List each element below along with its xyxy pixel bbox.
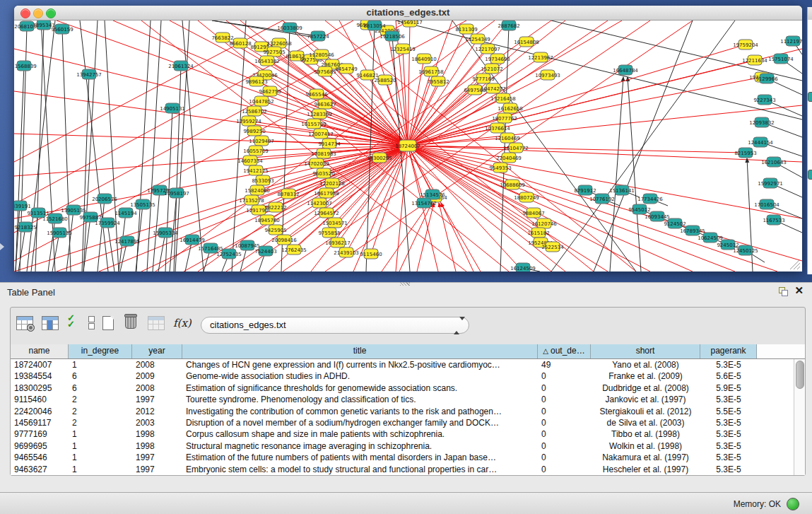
table-row[interactable]: 1938455462009Genome-wide association stu… — [11, 370, 794, 382]
graph-node[interactable]: 19412175 — [243, 165, 269, 175]
graph-node[interactable]: 14702039 — [304, 158, 329, 168]
table-row[interactable]: 946554611997Estimation of the future num… — [11, 452, 794, 463]
graph-node[interactable]: 9425905 — [264, 225, 286, 235]
graph-node[interactable]: 16055709 — [243, 146, 269, 156]
graph-node[interactable]: 7955812 — [427, 76, 449, 86]
graph-node[interactable]: 16648784 — [613, 65, 638, 75]
graph-node[interactable]: 12762435 — [281, 245, 307, 255]
table-options-icon[interactable] — [16, 316, 33, 330]
table-row[interactable]: 1830029562008Estimation of significance … — [11, 382, 794, 394]
graph-node[interactable]: 1615182 — [527, 228, 549, 238]
graph-node[interactable]: 16124509 — [510, 263, 536, 271]
graph-node[interactable]: 1145194 — [114, 208, 137, 218]
graph-node[interactable]: 12325419 — [390, 44, 416, 54]
graph-node[interactable]: 18077762 — [492, 113, 517, 123]
panel-collapse-arrow-icon[interactable] — [0, 243, 4, 250]
column-header-short[interactable]: short — [591, 344, 700, 358]
close-panel-icon[interactable]: ✕ — [794, 285, 804, 296]
delete-column-icon[interactable] — [125, 314, 136, 329]
graph-node[interactable]: 20206576 — [92, 194, 117, 204]
table-row[interactable]: 946362711997Embryonic stem cells: a mode… — [11, 464, 794, 475]
column-header-pagerank[interactable]: pagerank — [700, 344, 757, 358]
graph-node[interactable]: 16936217 — [325, 238, 351, 247]
graph-node[interactable]: 8339191 — [14, 201, 31, 211]
graph-node[interactable]: 16210643 — [761, 157, 787, 167]
node-label: 15824060 — [245, 188, 270, 194]
column-visibility-icon[interactable] — [42, 316, 59, 330]
graph-node[interactable]: 17135278 — [239, 195, 264, 205]
graph-node[interactable]: 9989250 — [243, 126, 265, 136]
splitter-grip[interactable] — [400, 282, 410, 286]
column-header-in_degree[interactable]: in_degree — [69, 344, 132, 358]
column-header-out_de[interactable]: △out_de… — [538, 344, 591, 358]
graph-node[interactable]: 16120746 — [531, 218, 557, 228]
table-row[interactable]: 977716911998Corpus callosum shape and si… — [11, 428, 794, 440]
graph-node[interactable]: 12964572 — [314, 208, 339, 218]
float-panel-icon[interactable] — [779, 287, 788, 296]
graph-node[interactable]: 9777169 — [472, 74, 494, 83]
graph-node[interactable]: 15992971 — [758, 178, 783, 188]
graph-node[interactable]: 12417895 — [114, 236, 140, 246]
graph-node[interactable]: 19734693 — [485, 54, 510, 64]
graph-node[interactable]: 10973493 — [535, 70, 560, 80]
graph-node[interactable]: 15751074 — [768, 54, 794, 64]
node-label: 12752435 — [216, 252, 242, 257]
row-height-icon[interactable] — [88, 316, 94, 329]
memory-status-icon[interactable] — [787, 498, 799, 510]
table-row[interactable]: 1456911722003Disruption of a novel membe… — [11, 417, 794, 428]
graph-node[interactable]: 15905135 — [47, 228, 72, 238]
graph-node[interactable]: 16154808 — [514, 37, 539, 47]
column-header-year[interactable]: year — [132, 344, 182, 358]
vertical-scrollbar[interactable] — [794, 359, 805, 475]
graph-node[interactable]: 16543382 — [254, 56, 280, 66]
table-row[interactable]: 911546021997Tourette syndrome. Phenomeno… — [11, 394, 794, 405]
graph-node[interactable]: 13905135 — [61, 205, 86, 215]
window-titlebar[interactable]: citations_edges.txt — [14, 6, 802, 21]
graph-node[interactable]: 19759204 — [733, 40, 758, 49]
selection-mode-icon[interactable]: ✓✓ — [67, 315, 80, 327]
graph-node[interactable]: 7857224 — [307, 31, 329, 41]
graph-node[interactable]: 12211634 — [742, 55, 767, 65]
table-row[interactable]: 969969511998Structural magnetic resonanc… — [11, 440, 794, 452]
graph-node[interactable]: 21439103 — [334, 247, 359, 257]
scrollbar-thumb[interactable] — [796, 361, 804, 389]
graph-node[interactable]: 12007417 — [308, 129, 334, 139]
graph-node[interactable]: 8533093 — [252, 175, 273, 185]
graph-node[interactable]: 11121974 — [780, 36, 802, 46]
table-row[interactable]: 1872400712008Changes of HCN gene express… — [11, 359, 794, 370]
graph-node[interactable]: 16033809 — [277, 23, 302, 33]
graph-node[interactable]: 16104772 — [503, 143, 529, 153]
graph-node[interactable]: 2887682 — [498, 21, 519, 30]
graph-node[interactable]: 18640910 — [411, 54, 437, 64]
create-column-icon[interactable] — [102, 316, 114, 330]
function-builder-icon[interactable]: f(x) — [173, 317, 192, 329]
graph-node[interactable]: 9914734 — [318, 139, 341, 148]
node-label: 10776192 — [589, 197, 615, 202]
graph-node[interactable]: 9755855 — [318, 228, 340, 238]
graph-node[interactable]: 15824060 — [245, 185, 270, 195]
graph-node[interactable]: 8131309 — [455, 24, 477, 34]
graph-node[interactable]: 10376614 — [485, 123, 510, 133]
graph-node[interactable]: 11568839 — [14, 61, 37, 71]
table-row[interactable]: 2242004622012Investigating the contribut… — [11, 406, 794, 417]
window-resize-grip[interactable] — [790, 259, 800, 269]
graph-node[interactable]: 13942757 — [76, 69, 102, 79]
graph-node[interactable]: 8215953 — [734, 148, 756, 158]
graph-node[interactable]: 13505135 — [130, 199, 155, 209]
network-canvas[interactable]: 7663822866012889129542322605899275051654… — [14, 21, 802, 271]
edge — [439, 203, 456, 271]
graph-node[interactable]: 20098416 — [271, 235, 297, 245]
graph-node[interactable]: 22040469 — [496, 153, 522, 163]
graph-node[interactable]: 9462750 — [259, 86, 281, 96]
column-header-title[interactable]: title — [182, 344, 538, 358]
node-label: 2887682 — [498, 23, 519, 29]
column-header-name[interactable]: name — [11, 344, 69, 358]
graph-node[interactable]: 9115460 — [360, 249, 382, 259]
graph-node[interactable]: 11029407 — [249, 136, 274, 146]
graph-node[interactable]: 17081983 — [311, 148, 336, 158]
delete-table-icon[interactable] — [148, 316, 165, 330]
graph-node[interactable]: 9465546 — [305, 89, 328, 99]
table-selector-dropdown[interactable]: citations_edges.txt — [201, 317, 469, 334]
node-label: 23226058 — [266, 41, 292, 47]
graph-node[interactable]: 9884067 — [522, 208, 544, 218]
